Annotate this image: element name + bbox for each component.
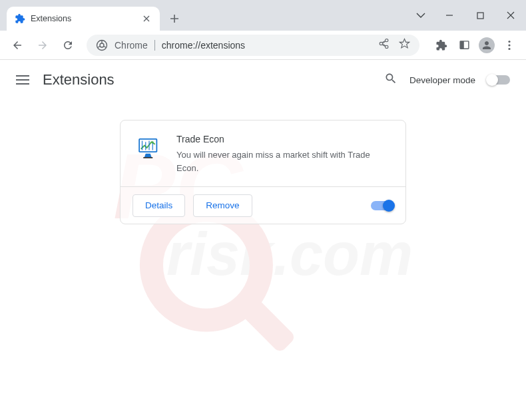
developer-mode-toggle[interactable] <box>487 75 510 85</box>
svg-rect-0 <box>477 13 483 19</box>
profile-avatar[interactable] <box>477 35 497 55</box>
extension-app-icon <box>135 134 163 162</box>
close-button[interactable] <box>495 2 526 29</box>
extension-enable-toggle[interactable] <box>371 201 394 210</box>
close-icon[interactable] <box>141 13 152 24</box>
menu-icon[interactable] <box>499 35 519 55</box>
search-icon[interactable] <box>384 72 397 88</box>
svg-rect-4 <box>460 41 464 49</box>
star-icon[interactable] <box>399 38 410 52</box>
new-tab-button[interactable] <box>165 9 184 28</box>
tab-title: Extensions <box>31 14 136 23</box>
svg-point-7 <box>508 47 510 49</box>
omnibox-divider <box>154 40 155 51</box>
window-controls <box>407 0 526 31</box>
window-titlebar: Extensions <box>0 0 526 31</box>
chevron-down-icon[interactable] <box>407 2 434 29</box>
details-button[interactable]: Details <box>132 194 185 217</box>
svg-point-6 <box>508 44 510 46</box>
developer-mode-label: Developer mode <box>409 75 475 85</box>
browser-toolbar: Chrome chrome://extensions <box>0 31 526 60</box>
hamburger-menu-button[interactable] <box>16 73 29 87</box>
maximize-button[interactable] <box>465 2 495 29</box>
svg-rect-10 <box>143 157 152 158</box>
sidepanel-icon[interactable] <box>454 35 474 55</box>
extension-card: Trade Econ You will never again miss a m… <box>120 120 406 224</box>
svg-point-2 <box>100 43 104 47</box>
back-button[interactable] <box>7 35 28 56</box>
extension-description: You will never again miss a market shift… <box>176 148 391 174</box>
remove-button[interactable]: Remove <box>193 194 252 217</box>
reload-button[interactable] <box>57 35 79 56</box>
minimize-button[interactable] <box>434 2 465 29</box>
page-title: Extensions <box>43 71 115 89</box>
omnibox-prefix: Chrome <box>115 40 148 51</box>
extensions-icon[interactable] <box>431 35 451 55</box>
share-icon[interactable] <box>378 38 390 52</box>
svg-point-5 <box>508 40 510 42</box>
browser-tab-active[interactable]: Extensions <box>7 7 160 31</box>
address-bar[interactable]: Chrome chrome://extensions <box>87 35 419 56</box>
chrome-icon <box>96 39 108 51</box>
omnibox-url: chrome://extensions <box>162 40 372 51</box>
extension-name: Trade Econ <box>176 134 391 144</box>
extensions-page-header: Extensions Developer mode <box>0 60 526 100</box>
puzzle-icon <box>15 13 25 24</box>
forward-button[interactable] <box>32 35 53 56</box>
